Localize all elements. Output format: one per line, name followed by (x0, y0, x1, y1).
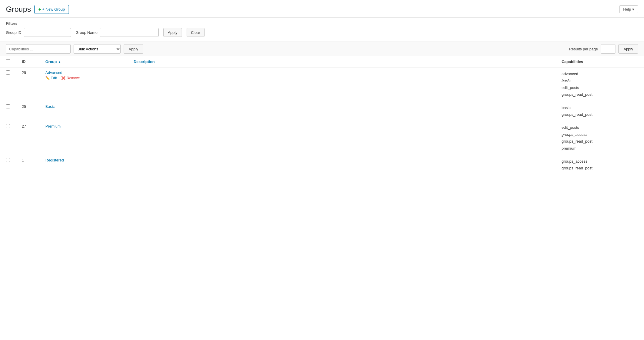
toolbar: Bulk Actions Delete Apply Results per pa… (0, 42, 644, 56)
row-id-cell: 25 (16, 101, 39, 121)
capability-item: basic (562, 104, 638, 111)
capability-item: edit_posts (562, 124, 638, 131)
row-description-cell (128, 101, 556, 121)
filters-section: Filters Group ID Group Name Apply Clear (0, 17, 644, 42)
row-group-cell: Advanced✏️ Edit|❌ Remove (39, 67, 128, 101)
description-column-header: Description (128, 56, 556, 67)
row-id-cell: 1 (16, 155, 39, 175)
sort-asc-icon: ▲ (58, 60, 61, 64)
bulk-actions-select[interactable]: Bulk Actions Delete (74, 44, 121, 54)
row-capabilities-cell: edit_postsgroups_accessgroups_read_postp… (556, 121, 644, 155)
page-header: Groups + + New Group Help ▾ (0, 0, 644, 17)
group-name-field: Group Name (76, 28, 159, 37)
row-description-cell (128, 67, 556, 101)
capability-item: groups_read_post (562, 138, 638, 145)
row-checkbox-cell (0, 67, 16, 101)
group-name-link[interactable]: Registered (45, 158, 64, 162)
group-id-field: Group ID (6, 28, 71, 37)
row-id-cell: 27 (16, 121, 39, 155)
filters-row: Group ID Group Name Apply Clear (6, 28, 638, 37)
table-row: 25Basicbasicgroups_read_post (0, 101, 644, 121)
results-per-page-apply-button[interactable]: Apply (618, 44, 638, 54)
row-description-cell (128, 121, 556, 155)
help-button[interactable]: Help ▾ (619, 5, 638, 13)
results-per-page-label: Results per page (569, 47, 598, 51)
action-divider: | (59, 76, 59, 80)
group-sort-link[interactable]: Group ▲ (45, 60, 122, 64)
row-checkbox-cell (0, 121, 16, 155)
groups-table: ID Group ▲ Description Capabilities (0, 56, 644, 175)
row-checkbox[interactable] (6, 124, 10, 128)
capability-item: basic (562, 77, 638, 84)
description-sort-link[interactable]: Description (134, 60, 550, 64)
toolbar-right: Results per page 10 Apply (569, 44, 638, 54)
row-checkbox-cell (0, 155, 16, 175)
row-group-cell: Premium (39, 121, 128, 155)
results-per-page-input[interactable]: 10 (601, 44, 615, 54)
row-checkbox[interactable] (6, 158, 10, 162)
capability-item: groups_read_post (562, 165, 638, 171)
help-label: Help (623, 7, 631, 11)
bulk-actions-apply-button[interactable]: Apply (124, 44, 143, 54)
group-name-link[interactable]: Advanced (45, 70, 62, 75)
select-all-col (0, 56, 16, 67)
row-capabilities-cell: advancedbasicedit_postsgroups_read_post (556, 67, 644, 101)
filters-label: Filters (6, 21, 638, 26)
capabilities-column-header: Capabilities (556, 56, 644, 67)
capability-item: groups_read_post (562, 111, 638, 118)
capability-item: groups_access (562, 158, 638, 165)
edit-link[interactable]: ✏️ Edit (45, 76, 57, 80)
filters-clear-button[interactable]: Clear (187, 28, 205, 37)
row-checkbox-cell (0, 101, 16, 121)
group-id-input[interactable] (24, 28, 71, 37)
capabilities-search-input[interactable] (6, 44, 71, 54)
remove-link[interactable]: ❌ Remove (61, 76, 80, 80)
table-row: 29Advanced✏️ Edit|❌ Removeadvancedbasice… (0, 67, 644, 101)
capability-item: premium (562, 145, 638, 152)
table-row: 1Registeredgroups_accessgroups_read_post (0, 155, 644, 175)
row-description-cell (128, 155, 556, 175)
row-group-cell: Basic (39, 101, 128, 121)
row-checkbox[interactable] (6, 104, 10, 108)
filters-apply-button[interactable]: Apply (163, 28, 182, 37)
header-left: Groups + + New Group (6, 5, 69, 14)
row-capabilities-cell: groups_accessgroups_read_post (556, 155, 644, 175)
page-title: Groups (6, 5, 31, 14)
group-name-link[interactable]: Premium (45, 124, 61, 128)
plus-icon: + (38, 7, 41, 12)
capability-item: groups_read_post (562, 91, 638, 98)
group-name-link[interactable]: Basic (45, 104, 55, 109)
group-name-input[interactable] (100, 28, 159, 37)
row-group-cell: Registered (39, 155, 128, 175)
table-header-row: ID Group ▲ Description Capabilities (0, 56, 644, 67)
group-column-header: Group ▲ (39, 56, 128, 67)
chevron-down-icon: ▾ (632, 7, 634, 11)
row-checkbox[interactable] (6, 70, 10, 75)
row-id-cell: 29 (16, 67, 39, 101)
capability-item: groups_access (562, 131, 638, 138)
row-capabilities-cell: basicgroups_read_post (556, 101, 644, 121)
new-group-button[interactable]: + + New Group (34, 5, 69, 14)
new-group-label: + New Group (42, 7, 65, 11)
row-actions: ✏️ Edit|❌ Remove (45, 76, 122, 80)
capability-item: edit_posts (562, 84, 638, 91)
group-id-label: Group ID (6, 30, 21, 35)
capability-item: advanced (562, 70, 638, 77)
select-all-checkbox[interactable] (6, 59, 10, 63)
id-column-header: ID (16, 56, 39, 67)
table-row: 27Premiumedit_postsgroups_accessgroups_r… (0, 121, 644, 155)
group-name-label: Group Name (76, 30, 97, 35)
